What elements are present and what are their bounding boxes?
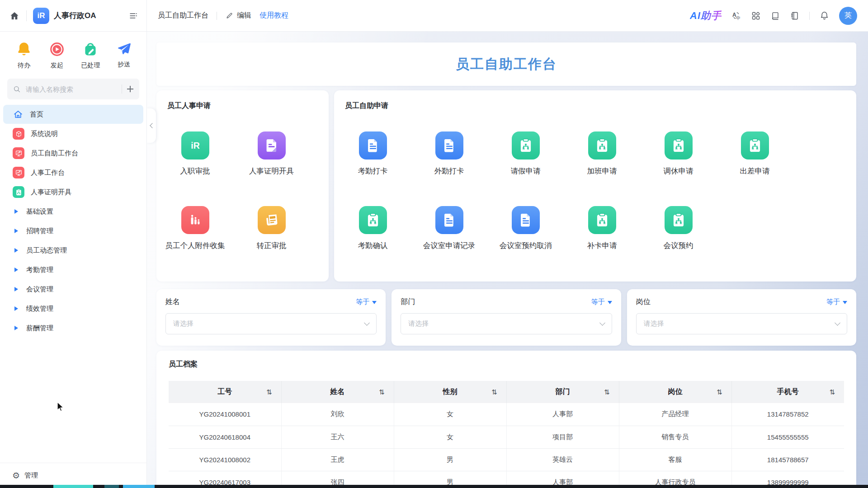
sort-icon[interactable]: ⇅ bbox=[379, 388, 385, 396]
app-人事证明开具[interactable]: 人事证明开具 bbox=[233, 131, 310, 176]
sidebar-item-label: 人事证明开具 bbox=[31, 188, 71, 197]
app-转正审批[interactable]: 转正审批 bbox=[233, 206, 310, 251]
divider bbox=[217, 12, 217, 20]
sidebar-item-hr-certificate[interactable]: 人事证明开具 bbox=[3, 183, 143, 202]
app-会议室预约取消[interactable]: 会议室预约取消 bbox=[487, 206, 564, 251]
bell-solid-icon bbox=[15, 41, 33, 58]
recording-progress-bar bbox=[0, 485, 868, 488]
filter-operator-dropdown[interactable]: 等于 bbox=[826, 298, 847, 306]
sort-icon[interactable]: ⇅ bbox=[829, 388, 835, 396]
home-icon[interactable] bbox=[9, 10, 20, 21]
doc-icon bbox=[435, 131, 463, 160]
quick-action-todo[interactable]: 待办 bbox=[15, 41, 33, 70]
app-label: 加班申请 bbox=[587, 166, 617, 176]
apps-icon[interactable] bbox=[751, 11, 761, 21]
table-cell: 女 bbox=[394, 426, 506, 448]
table-row[interactable]: YG20241008002王虎男英雄云客服18145788657 bbox=[169, 448, 844, 471]
user-avatar[interactable]: 英 bbox=[839, 7, 857, 25]
sidebar-item-basic-settings[interactable]: 基础设置 bbox=[3, 202, 143, 221]
filter-select[interactable]: 请选择 bbox=[636, 313, 847, 334]
quick-action-label: 抄送 bbox=[118, 61, 130, 69]
sidebar-item-salary[interactable]: 薪酬管理 bbox=[3, 319, 143, 338]
bag-pencil-icon bbox=[82, 41, 99, 58]
hamburger-menu-icon[interactable] bbox=[128, 11, 138, 21]
clipboard-icon bbox=[588, 131, 616, 160]
edit-button[interactable]: 编辑 bbox=[225, 11, 251, 20]
caret-down-icon bbox=[372, 301, 377, 304]
filter-select[interactable]: 请选择 bbox=[165, 313, 377, 334]
doc-icon bbox=[359, 131, 387, 160]
add-icon[interactable] bbox=[127, 85, 134, 93]
tutorial-link[interactable]: 使用教程 bbox=[259, 11, 288, 20]
operator-label: 等于 bbox=[356, 298, 369, 306]
app-考勤打卡[interactable]: 考勤打卡 bbox=[335, 131, 411, 176]
app-label: 员工个人附件收集 bbox=[165, 241, 225, 251]
expand-arrow-icon bbox=[14, 209, 18, 214]
app-请假申请[interactable]: 请假申请 bbox=[487, 131, 564, 176]
column-header-岗位: 岗位⇅ bbox=[619, 381, 731, 403]
sidebar-collapse-button[interactable] bbox=[147, 108, 156, 143]
book-icon[interactable] bbox=[770, 11, 780, 21]
app-补卡申请[interactable]: 补卡申请 bbox=[564, 206, 640, 251]
sidebar-item-employee-self-workbench[interactable]: 员工自助工作台 bbox=[3, 144, 143, 163]
column-label: 性别 bbox=[443, 387, 458, 397]
table-row[interactable]: YG20240618004王六女项目部销售专员15455555555 bbox=[169, 426, 844, 448]
sidebar-item-label: 招聘管理 bbox=[26, 227, 53, 235]
app-label: 人事证明开具 bbox=[249, 166, 294, 176]
cube-icon bbox=[13, 128, 24, 140]
sort-icon[interactable]: ⇅ bbox=[604, 388, 610, 396]
app-label: 考勤打卡 bbox=[358, 166, 388, 176]
translate-icon[interactable]: A中 bbox=[731, 10, 741, 21]
sidebar: 待办发起已处理抄送 首页系统说明员工自助工作台人事工作台人事证明开具基础设置招聘… bbox=[0, 32, 147, 488]
column-label: 手机号 bbox=[777, 387, 799, 397]
quick-action-cc[interactable]: 抄送 bbox=[116, 41, 132, 70]
quick-action-processed[interactable]: 已处理 bbox=[81, 41, 100, 70]
sort-icon[interactable]: ⇅ bbox=[717, 388, 722, 396]
app-考勤确认[interactable]: 考勤确认 bbox=[335, 206, 411, 251]
sort-icon[interactable]: ⇅ bbox=[266, 388, 272, 396]
clipboard-icon bbox=[512, 131, 540, 160]
app-入职审批[interactable]: iR入职审批 bbox=[157, 131, 233, 176]
app-会议室申请记录[interactable]: 会议室申请记录 bbox=[411, 206, 487, 251]
sidebar-item-system-info[interactable]: 系统说明 bbox=[3, 124, 143, 143]
sidebar-item-meeting[interactable]: 会议管理 bbox=[3, 280, 143, 299]
sidebar-item-hr-workbench[interactable]: 人事工作台 bbox=[3, 163, 143, 182]
clipboard-icon bbox=[665, 131, 693, 160]
sidebar-item-label: 员工自助工作台 bbox=[31, 149, 78, 158]
app-加班申请[interactable]: 加班申请 bbox=[564, 131, 640, 176]
app-出差申请[interactable]: 出差申请 bbox=[717, 131, 793, 176]
sidebar-item-attendance[interactable]: 考勤管理 bbox=[3, 260, 143, 279]
table-cell: 产品经理 bbox=[619, 403, 731, 426]
sort-icon[interactable]: ⇅ bbox=[491, 388, 497, 396]
admin-button[interactable]: ⚙ 管理 bbox=[0, 463, 146, 488]
monitor-icon bbox=[13, 167, 24, 178]
app-外勤打卡[interactable]: 外勤打卡 bbox=[411, 131, 487, 176]
app-label: 会议预约 bbox=[664, 241, 693, 251]
filter-operator-dropdown[interactable]: 等于 bbox=[356, 298, 377, 306]
sidebar-item-label: 绩效管理 bbox=[26, 305, 53, 313]
table-row[interactable]: YG20241008001刘欣女人事部产品经理13147857852 bbox=[169, 403, 844, 426]
search-input[interactable] bbox=[25, 85, 117, 94]
sidebar-item-recruitment[interactable]: 招聘管理 bbox=[3, 221, 143, 240]
filter-operator-dropdown[interactable]: 等于 bbox=[591, 298, 612, 306]
quick-action-label: 发起 bbox=[51, 61, 63, 70]
divider bbox=[26, 10, 27, 21]
table-cell: 客服 bbox=[619, 448, 731, 471]
expand-arrow-icon bbox=[14, 326, 18, 330]
sidebar-item-performance[interactable]: 绩效管理 bbox=[3, 299, 143, 318]
sidebar-item-home[interactable]: 首页 bbox=[3, 105, 143, 124]
app-会议预约[interactable]: 会议预约 bbox=[640, 206, 717, 251]
app-调休申请[interactable]: 调休申请 bbox=[640, 131, 717, 176]
sidebar-item-employee-dynamics[interactable]: 员工动态管理 bbox=[3, 241, 143, 260]
app-员工个人附件收集[interactable]: 员工个人附件收集 bbox=[157, 206, 233, 251]
quick-action-initiate[interactable]: 发起 bbox=[48, 41, 66, 70]
notification-bell-icon[interactable] bbox=[819, 10, 830, 21]
workspace-tab[interactable]: 员工自助工作台 bbox=[158, 11, 208, 20]
divider bbox=[122, 84, 122, 94]
expand-arrow-icon bbox=[14, 248, 18, 253]
app-label: 调休申请 bbox=[664, 166, 693, 176]
page-banner: 员工自助工作台 bbox=[156, 42, 856, 86]
ai-assistant-button[interactable]: AI助手 bbox=[690, 9, 722, 23]
filter-select[interactable]: 请选择 bbox=[401, 313, 612, 334]
journal-icon[interactable] bbox=[790, 11, 800, 21]
